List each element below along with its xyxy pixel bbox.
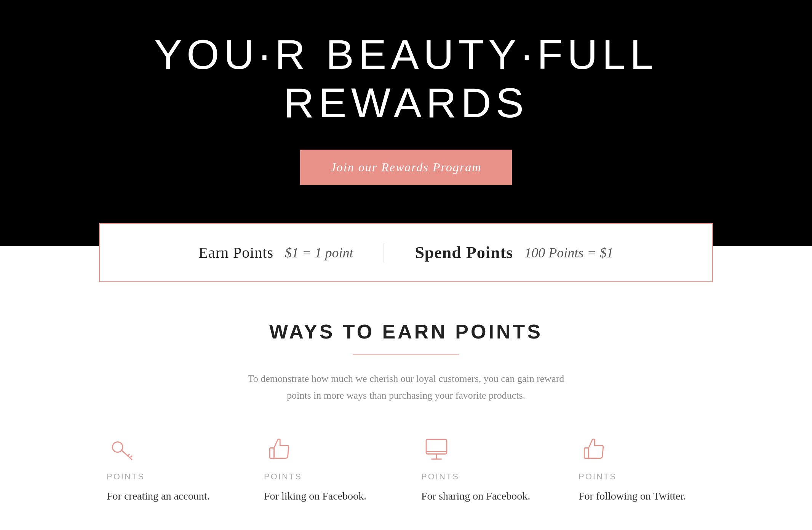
earn-grid: POINTS For creating an account. POINTS F…	[99, 434, 713, 530]
thumbsup-icon-3	[264, 527, 294, 530]
points-bar-wrapper: Earn Points $1 = 1 point Spend Points 10…	[0, 223, 812, 282]
earn-item-follow-twitter: POINTS For following on Twitter.	[571, 434, 713, 503]
points-bar: Earn Points $1 = 1 point Spend Points 10…	[99, 223, 713, 282]
earn-item-follow-instagram: POINTS For following on Instagram.	[256, 527, 398, 530]
points-bar-divider	[384, 243, 384, 262]
earn-points-item: Earn Points $1 = 1 point	[199, 244, 353, 262]
svg-line-2	[128, 454, 130, 456]
spend-points-item: Spend Points 100 Points = $1	[415, 243, 613, 262]
earn-points-label: Earn Points	[199, 244, 274, 262]
earn-points-label-4: POINTS	[579, 472, 617, 482]
earn-item-write-review: POINTS For writing a review	[571, 527, 713, 530]
svg-rect-4	[270, 448, 274, 458]
svg-rect-9	[584, 448, 588, 458]
thumbsup-icon-2	[579, 434, 609, 465]
earn-item-share-twitter: POINTS For sharing on Twitter.	[99, 527, 241, 530]
join-rewards-button[interactable]: Join our Rewards Program	[300, 150, 512, 185]
section-divider	[353, 354, 459, 355]
spend-points-label: Spend Points	[415, 243, 513, 262]
earn-item-like-facebook: POINTS For liking on Facebook.	[256, 434, 398, 503]
svg-line-3	[131, 456, 133, 458]
earn-item-create-account: POINTS For creating an account.	[99, 434, 241, 503]
monitor-icon-1	[421, 434, 452, 465]
svg-line-1	[121, 450, 132, 460]
earn-points-label-2: POINTS	[264, 472, 302, 482]
earn-desc-2: For liking on Facebook.	[264, 488, 366, 503]
spend-points-value: 100 Points = $1	[524, 245, 613, 261]
earn-points-label-1: POINTS	[107, 472, 145, 482]
earn-points-value: $1 = 1 point	[285, 245, 353, 261]
thumbsup-icon-1	[264, 434, 294, 465]
heart-icon	[421, 527, 452, 530]
earn-points-label-3: POINTS	[421, 472, 459, 482]
svg-point-0	[112, 442, 123, 452]
chat-icon	[579, 527, 609, 530]
earn-item-birthday: POINTS On your birthday.	[414, 527, 556, 530]
main-content: WAYS TO EARN POINTS To demonstrate how m…	[0, 282, 812, 530]
earn-desc-3: For sharing on Facebook.	[421, 488, 530, 503]
hero-title: YOU·R BEAUTY·FULL REWARDS	[154, 30, 658, 127]
earn-desc-1: For creating an account.	[107, 488, 210, 503]
key-icon	[107, 434, 137, 465]
earn-item-share-facebook: POINTS For sharing on Facebook.	[414, 434, 556, 503]
earn-desc-4: For following on Twitter.	[579, 488, 686, 503]
ways-section-desc: To demonstrate how much we cherish our l…	[235, 370, 577, 404]
hero-section: YOU·R BEAUTY·FULL REWARDS Join our Rewar…	[0, 0, 812, 246]
monitor-icon-2	[107, 527, 137, 530]
ways-section-title: WAYS TO EARN POINTS	[269, 320, 543, 343]
